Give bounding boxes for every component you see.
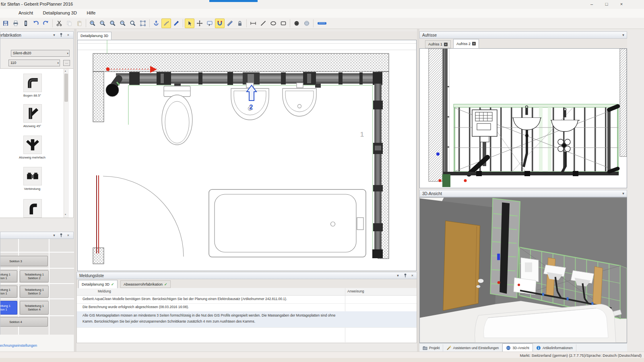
draw-line-button[interactable] (258, 19, 268, 28)
cut-button[interactable] (54, 19, 64, 28)
messages-tab-detailplanung[interactable]: Detailplanung 3D ✓ (78, 280, 118, 288)
pin-icon[interactable] (58, 33, 64, 38)
message-row-selected[interactable]: Alle GIS Montageplatten müssen an mindes… (77, 311, 417, 328)
section-button[interactable]: Teilableitung 1Sektion 2 (20, 270, 49, 282)
tab-label: Artikelinformationen (543, 346, 573, 350)
paste-button[interactable] (74, 19, 84, 28)
view3d-canvas[interactable] (419, 197, 627, 343)
catalog-item-abzweig-45[interactable] (23, 104, 42, 123)
draw-ellipse-button[interactable] (268, 19, 278, 28)
catalog-item-abzweig-mehrfach[interactable] (23, 136, 42, 154)
measure-button[interactable] (225, 19, 235, 28)
zoom-window-button[interactable] (108, 19, 118, 28)
more-options-button[interactable]: … (63, 60, 70, 66)
insert-symbol-button[interactable] (151, 19, 161, 28)
scroll-up-icon[interactable]: ▴ (65, 69, 66, 72)
tab-artikelinformationen[interactable]: Artikelinformationen (533, 344, 576, 352)
chevron-down-icon[interactable]: ▾ (51, 33, 57, 38)
message-row[interactable]: Die Berechnung wurde erfolgreich abgesch… (77, 303, 417, 312)
zoom-fit-button[interactable] (118, 19, 128, 28)
zoom-previous-button[interactable] (128, 19, 138, 28)
pin-icon[interactable] (58, 233, 64, 238)
close-icon[interactable]: × (65, 233, 71, 238)
aufrisse-tab-strip: Aufriss 1 × Aufriss 2 × (419, 39, 627, 48)
catalog-item-label: Verbindung (3, 187, 61, 191)
chevron-down-icon[interactable]: ▾ (51, 233, 57, 238)
send-to-device-button[interactable] (21, 19, 31, 28)
tab-label: Detailplanung 3D (82, 282, 109, 286)
section-button[interactable]: Teilableitung 1Sektion 1 (0, 286, 17, 298)
zoom-out-button[interactable] (98, 19, 107, 28)
scroll-down-icon[interactable]: ▾ (65, 213, 66, 216)
tab-assistenten-und-einstellungen[interactable]: Assistenten und Einstellungen (443, 344, 502, 352)
message-row[interactable]: Geberit AquaClean Modelle benötigen Stro… (77, 295, 417, 304)
dimension-button[interactable] (248, 19, 258, 28)
section-button-bottom[interactable]: Sektion 4 (0, 317, 48, 327)
title-bar: für Stefan - Geberit ProPlanner 2016 – □… (0, 0, 644, 9)
elevation-canvas[interactable] (419, 48, 627, 188)
toolbar-separator (246, 19, 247, 27)
close-icon[interactable]: × (444, 43, 448, 46)
close-icon[interactable]: × (409, 273, 415, 278)
chevron-down-icon[interactable]: ▾ (620, 191, 626, 196)
status-bar: Markt: Switzerland (german) (2.7.7.75)/S… (0, 352, 644, 358)
tab-label: Aufriss 1 (428, 42, 442, 46)
close-button[interactable]: × (615, 0, 627, 8)
catalog-scrollbar[interactable]: ▴ ▾ (64, 69, 69, 218)
diameter-select[interactable]: 110 ▾ (8, 60, 60, 66)
print-button[interactable] (11, 19, 21, 28)
close-icon[interactable]: × (472, 42, 476, 45)
flow-arrow-label: 2 (249, 103, 253, 111)
pipe-segment-button[interactable] (315, 19, 329, 28)
menu-ansicht[interactable]: Ansicht (14, 9, 37, 18)
copy-button[interactable] (64, 19, 74, 28)
lock-button[interactable] (235, 19, 245, 28)
tab-3d-ansicht[interactable]: 3D-Ansicht (502, 343, 533, 352)
selection-frame-button[interactable] (138, 19, 148, 28)
tab-aufriss-2[interactable]: Aufriss 2 × (453, 39, 479, 48)
section-button-label: Sektion 1 (0, 276, 7, 280)
tab-projekt[interactable]: Projekt (419, 344, 443, 352)
select-cursor-button[interactable] (185, 19, 194, 28)
column-anweisung[interactable]: Anweisung (347, 289, 364, 293)
edit-marker-button[interactable] (161, 19, 171, 28)
redo-button[interactable] (41, 19, 51, 28)
undo-button[interactable] (31, 19, 41, 28)
tab-aufriss-1[interactable]: Aufriss 1 × (425, 40, 451, 48)
section-button[interactable]: Teilableitung 1Sektion 3 (20, 286, 49, 298)
check-icon: ✓ (164, 282, 167, 286)
move-button[interactable] (195, 19, 204, 28)
view-3d-light-button[interactable] (302, 19, 312, 28)
close-icon[interactable]: × (65, 33, 71, 38)
menu-hilfe[interactable]: Hilfe (83, 9, 99, 18)
view-3d-dark-button[interactable] (292, 19, 301, 28)
section-button-top[interactable]: Sektion 3 (0, 256, 48, 266)
menu-detailplanung-3d[interactable]: Detailplanung 3D (39, 9, 81, 18)
save-button[interactable] (1, 19, 10, 28)
catalog-item-partial[interactable] (23, 199, 42, 218)
zoom-in-button[interactable] (88, 19, 97, 28)
tab-label: Projekt (429, 346, 440, 350)
section-button-selected[interactable]: Teilableitung 1Sektion 1 (0, 301, 17, 315)
chevron-down-icon[interactable]: ▾ (620, 33, 626, 38)
column-meldung[interactable]: Meldung (98, 289, 111, 293)
calculation-settings-link[interactable]: Berechnungseinstellungen (0, 343, 37, 348)
paint-pipe-button[interactable] (171, 19, 181, 28)
plan-canvas[interactable]: 2 1 (77, 40, 417, 271)
snap-button[interactable] (215, 19, 225, 28)
messages-tab-abwasserrohrfabrikation[interactable]: Abwasserrohrfabrikation ✓ (120, 280, 171, 288)
catalog-item-verbindung[interactable] (23, 167, 42, 185)
tab-detailplanung-3d[interactable]: Detailplanung 3D (77, 32, 111, 40)
pin-icon[interactable] (402, 273, 408, 278)
chevron-down-icon[interactable]: ▾ (395, 273, 401, 278)
section-button[interactable]: Teilableitung 1Sektion 4 (20, 301, 49, 315)
maximize-button[interactable]: □ (601, 0, 613, 8)
basin-profile-1 (512, 106, 541, 130)
catalog-item-bogen[interactable] (23, 74, 42, 92)
scrollbar-thumb[interactable] (64, 74, 68, 102)
pipe-system-select[interactable]: Silent-db20 ▾ (11, 50, 70, 57)
screen-annotation-button[interactable] (205, 19, 215, 28)
minimize-button[interactable]: – (586, 0, 598, 8)
section-button[interactable]: Teilableitung 1Sektion 1 (0, 270, 17, 282)
draw-rectangle-button[interactable] (279, 19, 288, 28)
